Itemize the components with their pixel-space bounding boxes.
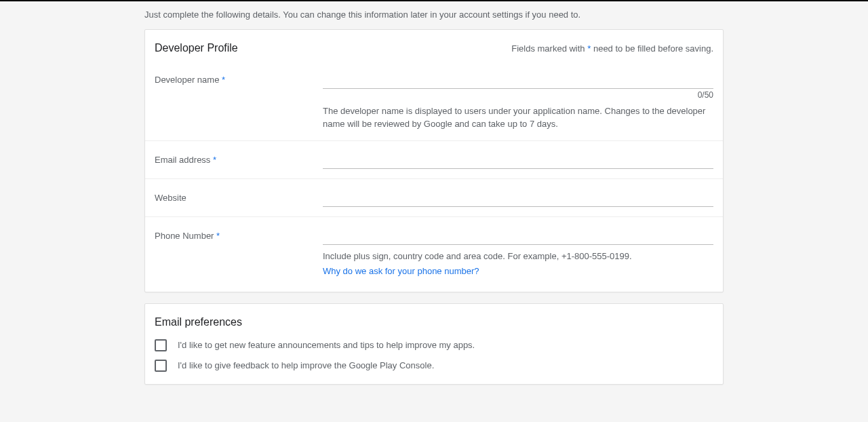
required-fields-note: Fields marked with * need to be filled b… xyxy=(511,43,713,54)
required-asterisk-icon: * xyxy=(222,75,225,85)
email-prefs-header: Email preferences xyxy=(145,304,723,335)
content-container: Just complete the following details. You… xyxy=(144,1,724,385)
developer-name-row: Developer name * 0/50 The developer name… xyxy=(145,61,723,141)
email-input-col xyxy=(323,151,713,169)
phone-label: Phone Number * xyxy=(155,227,323,277)
required-asterisk-icon: * xyxy=(216,231,220,241)
developer-name-input-col: 0/50 The developer name is displayed to … xyxy=(323,71,713,131)
developer-name-counter: 0/50 xyxy=(323,90,713,100)
phone-label-text: Phone Number xyxy=(155,231,214,241)
website-input-col xyxy=(323,189,713,207)
developer-name-helper: The developer name is displayed to users… xyxy=(323,105,713,131)
phone-help-link[interactable]: Why do we ask for your phone number? xyxy=(323,266,479,276)
email-label: Email address * xyxy=(155,151,323,169)
email-preferences-card: Email preferences I'd like to get new fe… xyxy=(144,303,724,385)
checkbox-feedback[interactable] xyxy=(155,360,167,372)
email-input[interactable] xyxy=(323,151,713,169)
pref-option-row-1: I'd like to give feedback to help improv… xyxy=(145,356,723,384)
pref-option-label-1[interactable]: I'd like to give feedback to help improv… xyxy=(178,360,434,370)
profile-title: Developer Profile xyxy=(155,42,238,54)
email-label-text: Email address xyxy=(155,155,210,165)
phone-input[interactable] xyxy=(323,227,713,245)
developer-name-label-text: Developer name xyxy=(155,75,219,85)
developer-name-input[interactable] xyxy=(323,71,713,89)
phone-helper: Include plus sign, country code and area… xyxy=(323,250,713,263)
website-row: Website xyxy=(145,179,723,217)
phone-input-col: Include plus sign, country code and area… xyxy=(323,227,713,277)
required-asterisk-icon: * xyxy=(587,43,591,54)
email-row: Email address * xyxy=(145,141,723,179)
required-note-prefix: Fields marked with xyxy=(511,43,585,54)
website-label-text: Website xyxy=(155,193,186,203)
intro-text: Just complete the following details. You… xyxy=(144,1,724,29)
required-note-suffix: need to be filled before saving. xyxy=(593,43,713,54)
pref-option-label-0[interactable]: I'd like to get new feature announcement… xyxy=(178,340,475,350)
email-prefs-title: Email preferences xyxy=(155,316,713,328)
developer-name-label: Developer name * xyxy=(155,71,323,131)
profile-card-header: Developer Profile Fields marked with * n… xyxy=(145,30,723,61)
developer-profile-card: Developer Profile Fields marked with * n… xyxy=(144,29,724,292)
website-input[interactable] xyxy=(323,189,713,207)
pref-option-row-0: I'd like to get new feature announcement… xyxy=(145,335,723,356)
checkbox-feature-announcements[interactable] xyxy=(155,339,167,351)
required-asterisk-icon: * xyxy=(213,155,216,165)
phone-row: Phone Number * Include plus sign, countr… xyxy=(145,217,723,292)
website-label: Website xyxy=(155,189,323,207)
